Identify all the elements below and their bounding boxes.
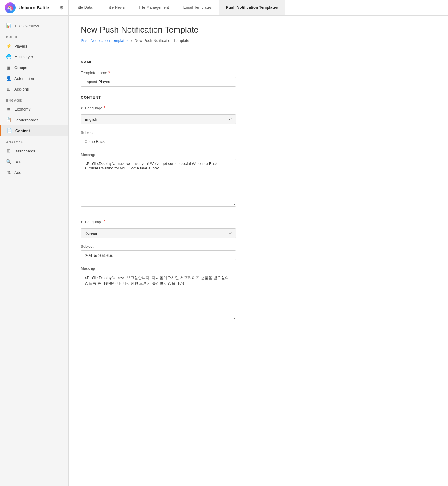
sidebar-item-players-label: Players	[14, 44, 27, 48]
subject-label-english: Subject	[81, 130, 236, 135]
sidebar-item-dashboards[interactable]: ⊞Dashboards	[0, 146, 68, 156]
sidebar-item-leaderboards[interactable]: 📋Leaderboards	[0, 114, 68, 125]
nav-tab-title-news[interactable]: Title News	[99, 0, 132, 15]
subject-label-korean: Subject	[81, 244, 236, 249]
sidebar-item-players[interactable]: ⚡Players	[0, 41, 68, 51]
sidebar-item-economy-label: Economy	[14, 107, 30, 111]
required-star-name: *	[108, 70, 110, 75]
sidebar-item-title-overview-label: Title Overview	[14, 24, 39, 28]
message-textarea-english[interactable]: <Profile.DisplayName>, we miss you! We'v…	[81, 159, 236, 207]
message-textarea-korean[interactable]: <Profile.DisplayName>, 보고싶습니다. 다시돌아오시면 서…	[81, 273, 236, 320]
subject-input-english[interactable]	[81, 137, 236, 146]
app-logo[interactable]: 🦄 Unicorn Battle ⚙	[0, 0, 69, 15]
app-logo-icon: 🦄	[5, 2, 16, 13]
sidebar-item-ads-label: Ads	[14, 170, 21, 175]
sidebar-section-analyze: ANALYZE	[0, 136, 68, 146]
language-blocks: ▾ Language * English Subject Message <Pr…	[81, 106, 436, 321]
language-select-korean[interactable]: Korean	[81, 228, 236, 238]
add-ons-icon: ⊞	[6, 86, 11, 92]
economy-icon: ≡	[6, 107, 11, 112]
breadcrumb-separator: ›	[131, 38, 132, 43]
main-layout: 📊Title OverviewBUILD⚡Players🌐Multiplayer…	[0, 16, 448, 486]
message-group-korean: Message <Profile.DisplayName>, 보고싶습니다. 다…	[81, 266, 236, 321]
bar-chart-icon: 📊	[6, 23, 11, 28]
message-label-korean: Message	[81, 266, 236, 271]
template-name-input[interactable]	[81, 77, 236, 87]
nav-tab-file-management[interactable]: File Management	[132, 0, 176, 15]
required-star-lang-1: *	[104, 219, 105, 224]
language-select-group-korean: Korean	[81, 228, 236, 238]
sidebar-item-groups-label: Groups	[14, 65, 27, 70]
groups-icon: ▣	[6, 65, 11, 70]
message-group-english: Message <Profile.DisplayName>, we miss y…	[81, 152, 236, 207]
breadcrumb-parent-link[interactable]: Push Notification Templates	[81, 38, 128, 43]
language-block-english: ▾ Language * English Subject Message <Pr…	[81, 106, 248, 207]
required-star-lang-0: *	[104, 106, 105, 110]
sidebar-item-leaderboards-label: Leaderboards	[14, 118, 38, 122]
language-block-korean: ▾ Language * Korean Subject Message <Pro…	[81, 219, 248, 321]
name-section: NAME Template name *	[81, 60, 436, 87]
page-title: New Push Notification Template	[81, 25, 436, 35]
nav-tab-email-templates[interactable]: Email Templates	[176, 0, 219, 15]
data-icon: 🔍	[6, 159, 11, 164]
sidebar-item-automation-label: Automation	[14, 76, 34, 81]
language-header-korean[interactable]: ▾ Language *	[81, 219, 248, 224]
sidebar-item-dashboards-label: Dashboards	[14, 149, 35, 153]
sidebar-item-multiplayer-label: Multiplayer	[14, 55, 33, 59]
top-nav: 🦄 Unicorn Battle ⚙ Title DataTitle NewsF…	[0, 0, 448, 16]
ads-icon: ⚗	[6, 170, 11, 175]
sidebar-item-data[interactable]: 🔍Data	[0, 156, 68, 167]
sidebar-item-groups[interactable]: ▣Groups	[0, 62, 68, 73]
name-section-title: NAME	[81, 60, 436, 64]
multiplayer-icon: 🌐	[6, 54, 11, 59]
sidebar-item-add-ons[interactable]: ⊞Add-ons	[0, 84, 68, 94]
chevron-down-icon-korean: ▾	[81, 220, 83, 224]
logo-emoji: 🦄	[7, 4, 13, 11]
nav-tab-push-notification-templates[interactable]: Push Notification Templates	[219, 0, 285, 15]
nav-tabs: Title DataTitle NewsFile ManagementEmail…	[69, 0, 448, 15]
content-icon: 📄	[7, 128, 12, 133]
section-divider	[81, 51, 436, 51]
language-label-english: Language *	[85, 106, 105, 110]
chevron-down-icon-english: ▾	[81, 106, 83, 110]
breadcrumb-current: New Push Notification Template	[135, 38, 189, 43]
automation-icon: 👤	[6, 76, 11, 81]
subject-input-korean[interactable]	[81, 250, 236, 260]
language-select-group-english: English	[81, 114, 236, 124]
sidebar-section-engage: ENGAGE	[0, 94, 68, 104]
language-select-english[interactable]: English	[81, 114, 236, 124]
leaderboards-icon: 📋	[6, 117, 11, 123]
content-area: New Push Notification Template Push Noti…	[69, 16, 448, 486]
sidebar-item-content-label: Content	[15, 129, 30, 133]
sidebar-item-economy[interactable]: ≡Economy	[0, 104, 68, 114]
sidebar: 📊Title OverviewBUILD⚡Players🌐Multiplayer…	[0, 16, 69, 486]
template-name-group: Template name *	[81, 70, 236, 87]
app-name: Unicorn Battle	[19, 5, 49, 10]
nav-tab-title-data[interactable]: Title Data	[69, 0, 99, 15]
subject-group-english: Subject	[81, 130, 236, 146]
sidebar-item-multiplayer[interactable]: 🌐Multiplayer	[0, 51, 68, 62]
sidebar-item-ads[interactable]: ⚗Ads	[0, 167, 68, 178]
sidebar-item-data-label: Data	[14, 160, 22, 164]
message-label-english: Message	[81, 152, 236, 157]
sidebar-item-automation[interactable]: 👤Automation	[0, 73, 68, 84]
language-label-korean: Language *	[85, 219, 105, 224]
content-section: CONTENT ▾ Language * English Subject Mes…	[81, 95, 436, 321]
players-icon: ⚡	[6, 43, 11, 49]
breadcrumb: Push Notification Templates › New Push N…	[81, 38, 436, 43]
subject-group-korean: Subject	[81, 244, 236, 260]
gear-icon[interactable]: ⚙	[59, 5, 64, 10]
content-section-title: CONTENT	[81, 95, 436, 100]
template-name-label: Template name *	[81, 70, 236, 75]
language-header-english[interactable]: ▾ Language *	[81, 106, 248, 110]
sidebar-item-content[interactable]: 📄Content	[0, 125, 68, 136]
dashboards-icon: ⊞	[6, 148, 11, 154]
sidebar-section-build: BUILD	[0, 31, 68, 41]
sidebar-item-title-overview[interactable]: 📊Title Overview	[0, 20, 68, 31]
sidebar-item-add-ons-label: Add-ons	[14, 87, 29, 91]
